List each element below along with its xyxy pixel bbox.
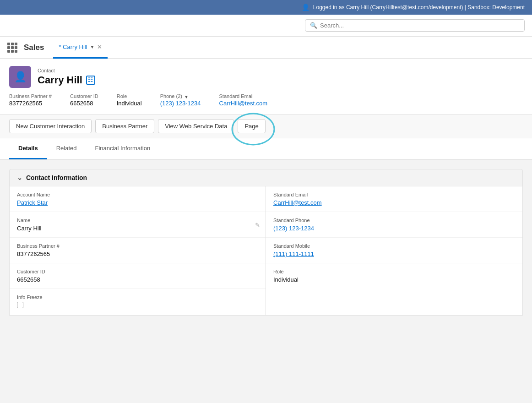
account-name-value[interactable]: Patrick Star <box>17 199 258 206</box>
app-grid-icon[interactable] <box>7 43 17 53</box>
standard-phone-value[interactable]: (123) 123-1234 <box>273 225 515 232</box>
email-value[interactable]: CarrHill@test.com <box>219 100 268 107</box>
bp-value: 8377262565 <box>9 100 52 107</box>
contact-info-section-header: ⌄ Contact Information <box>9 169 523 186</box>
tab-label: * Carry Hill <box>59 44 87 50</box>
standard-email-value[interactable]: CarrHill@test.com <box>273 199 515 206</box>
tab-financial-information[interactable]: Financial Information <box>86 138 159 159</box>
right-col: Standard Email CarrHill@test.com Standar… <box>266 186 522 315</box>
email-label: Standard Email <box>219 93 268 99</box>
app-title: Sales <box>24 43 44 52</box>
hierarchy-icon[interactable]: ☷ <box>86 76 95 85</box>
nav-bar: Sales * Carry Hill ▼ ✕ <box>0 37 532 59</box>
edit-name-icon[interactable]: ✎ <box>255 221 260 228</box>
field-name: Name Carry Hill ✎ <box>10 212 266 238</box>
field-bp-number: Business Partner # 8377262565 <box>10 238 266 263</box>
field-info-freeze: Info Freeze <box>10 289 266 315</box>
bp-number-value: 8377262565 <box>17 251 258 257</box>
chevron-down-icon[interactable]: ▼ <box>90 44 95 49</box>
record-icon: 👤 <box>9 66 31 88</box>
left-col: Account Name Patrick Star Name Carry Hil… <box>10 186 266 315</box>
cid-label: Customer ID <box>70 93 98 99</box>
login-text: Logged in as Carry Hill (CarryHilltest@t… <box>313 4 525 11</box>
field-standard-mobile: Standard Mobile (111) 111-1111 <box>266 238 522 263</box>
customer-id-value: 6652658 <box>17 276 258 283</box>
main-content: ⌄ Contact Information Account Name Patri… <box>0 160 532 325</box>
contact-info-section-body: Account Name Patrick Star Name Carry Hil… <box>9 186 523 316</box>
view-web-service-data-button[interactable]: View Web Service Data <box>158 119 234 133</box>
record-name-text: Carry Hill <box>38 74 82 86</box>
top-bar: 👤 Logged in as Carry Hill (CarryHilltest… <box>0 0 532 15</box>
close-tab-button[interactable]: ✕ <box>97 44 102 50</box>
info-freeze-checkbox[interactable] <box>17 302 23 308</box>
field-role: Role Individual <box>266 263 522 289</box>
field-standard-phone: Standard Phone (123) 123-1234 <box>266 212 522 238</box>
search-row: 🔍 <box>0 15 532 37</box>
phone-dropdown-icon[interactable]: ▼ <box>184 94 189 99</box>
cid-value: 6652658 <box>70 100 98 107</box>
search-icon: 🔍 <box>310 22 317 29</box>
record-header: 👤 Contact Carry Hill ☷ Business Partner … <box>0 59 532 114</box>
business-partner-button[interactable]: Business Partner <box>95 119 154 133</box>
role-label: Role <box>117 93 142 99</box>
action-bar: New Customer Interaction Business Partne… <box>0 114 532 138</box>
name-value: Carry Hill <box>17 225 258 232</box>
field-account-name: Account Name Patrick Star <box>10 186 266 212</box>
standard-mobile-value[interactable]: (111) 111-1111 <box>273 251 515 257</box>
phone-label: Phone (2) <box>160 93 182 99</box>
bp-label: Business Partner # <box>9 93 52 99</box>
role-value-detail: Individual <box>273 276 515 283</box>
search-box[interactable]: 🔍 <box>305 19 525 32</box>
field-standard-email: Standard Email CarrHill@test.com <box>266 186 522 212</box>
nav-tab-carry-hill[interactable]: * Carry Hill ▼ ✕ <box>53 37 108 59</box>
phone-value[interactable]: (123) 123-1234 <box>160 100 201 107</box>
tab-details[interactable]: Details <box>9 138 47 159</box>
tabs-bar: Details Related Financial Information <box>0 138 532 160</box>
field-customer-id: Customer ID 6652658 <box>10 263 266 289</box>
section-title: Contact Information <box>26 174 87 181</box>
page-button[interactable]: Page <box>238 119 265 133</box>
collapse-icon[interactable]: ⌄ <box>17 174 22 181</box>
new-customer-interaction-button[interactable]: New Customer Interaction <box>9 119 92 133</box>
record-type-label: Contact <box>38 68 95 73</box>
search-input[interactable] <box>320 22 520 29</box>
tab-related[interactable]: Related <box>47 138 86 159</box>
user-icon: 👤 <box>302 4 309 11</box>
role-value: Individual <box>117 100 142 107</box>
